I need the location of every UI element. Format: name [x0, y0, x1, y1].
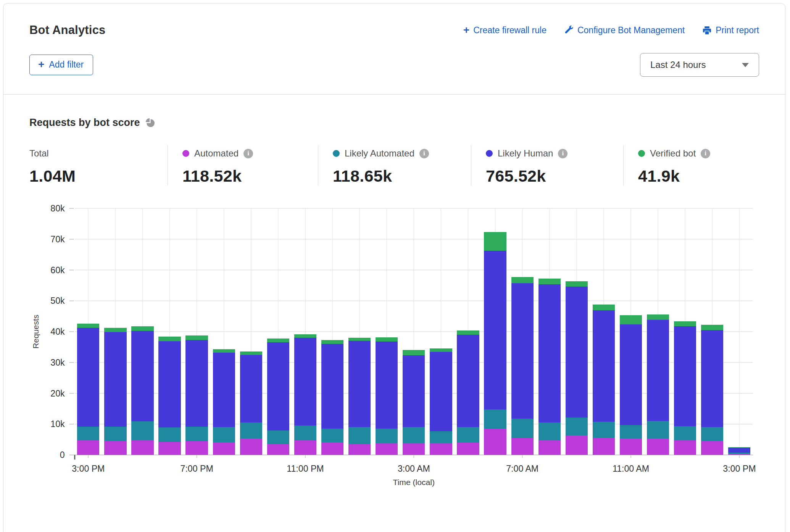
- automated-bar-segment[interactable]: [647, 438, 669, 455]
- likely-human-bar-segment[interactable]: [185, 340, 208, 427]
- automated-bar-segment[interactable]: [566, 435, 588, 455]
- verified-bot-bar-segment[interactable]: [430, 348, 452, 352]
- likely-automated-bar-segment[interactable]: [484, 409, 506, 429]
- likely-human-bar-segment[interactable]: [294, 338, 316, 426]
- verified-bot-bar-segment[interactable]: [267, 339, 289, 342]
- verified-bot-bar-segment[interactable]: [511, 277, 534, 283]
- verified-bot-bar-segment[interactable]: [593, 305, 615, 310]
- likely-human-bar-segment[interactable]: [620, 324, 642, 425]
- likely-human-bar-segment[interactable]: [593, 310, 615, 422]
- likely-human-bar-segment[interactable]: [240, 355, 262, 423]
- likely-human-bar-segment[interactable]: [376, 342, 398, 429]
- automated-bar-segment[interactable]: [77, 440, 99, 455]
- automated-bar-segment[interactable]: [620, 438, 642, 455]
- verified-bot-bar-segment[interactable]: [484, 232, 506, 250]
- likely-human-bar-segment[interactable]: [77, 328, 99, 427]
- automated-bar-segment[interactable]: [701, 441, 723, 455]
- likely-automated-bar-segment[interactable]: [593, 422, 615, 438]
- likely-human-bar-segment[interactable]: [511, 283, 534, 419]
- verified-bot-bar-segment[interactable]: [213, 349, 235, 353]
- configure-bot-management-link[interactable]: Configure Bot Management: [564, 25, 685, 35]
- likely-human-bar-segment[interactable]: [403, 355, 425, 427]
- automated-bar-segment[interactable]: [457, 443, 479, 455]
- automated-bar-segment[interactable]: [728, 454, 750, 455]
- add-filter-button[interactable]: + Add filter: [29, 55, 93, 75]
- automated-bar-segment[interactable]: [294, 440, 316, 455]
- verified-bot-bar-segment[interactable]: [348, 338, 371, 341]
- likely-automated-bar-segment[interactable]: [348, 427, 371, 444]
- likely-human-bar-segment[interactable]: [348, 341, 371, 427]
- automated-bar-segment[interactable]: [403, 443, 425, 455]
- likely-human-bar-segment[interactable]: [213, 353, 235, 427]
- verified-bot-bar-segment[interactable]: [674, 321, 696, 326]
- automated-bar-segment[interactable]: [158, 442, 181, 455]
- verified-bot-bar-segment[interactable]: [457, 330, 479, 335]
- verified-bot-bar-segment[interactable]: [77, 324, 99, 327]
- likely-automated-bar-segment[interactable]: [620, 425, 642, 438]
- likely-automated-bar-segment[interactable]: [131, 421, 153, 440]
- likely-automated-bar-segment[interactable]: [267, 430, 289, 444]
- verified-bot-bar-segment[interactable]: [294, 334, 316, 338]
- verified-bot-bar-segment[interactable]: [376, 337, 398, 341]
- verified-bot-bar-segment[interactable]: [728, 447, 750, 448]
- likely-human-bar-segment[interactable]: [701, 330, 723, 427]
- likely-human-bar-segment[interactable]: [538, 284, 561, 422]
- automated-bar-segment[interactable]: [321, 442, 343, 455]
- likely-automated-bar-segment[interactable]: [158, 427, 181, 442]
- likely-automated-bar-segment[interactable]: [538, 422, 561, 441]
- verified-bot-bar-segment[interactable]: [566, 281, 588, 287]
- likely-automated-bar-segment[interactable]: [457, 427, 479, 442]
- likely-automated-bar-segment[interactable]: [728, 453, 750, 454]
- create-firewall-rule-link[interactable]: + Create firewall rule: [463, 25, 547, 35]
- likely-automated-bar-segment[interactable]: [77, 427, 99, 440]
- verified-bot-bar-segment[interactable]: [131, 326, 153, 331]
- likely-automated-bar-segment[interactable]: [511, 419, 534, 438]
- likely-automated-bar-segment[interactable]: [321, 429, 343, 442]
- automated-bar-segment[interactable]: [240, 438, 262, 455]
- likely-human-bar-segment[interactable]: [158, 341, 181, 427]
- automated-bar-segment[interactable]: [213, 442, 235, 455]
- automated-bar-segment[interactable]: [430, 443, 452, 455]
- likely-human-bar-segment[interactable]: [267, 342, 289, 431]
- likely-automated-bar-segment[interactable]: [185, 427, 208, 441]
- automated-bar-segment[interactable]: [674, 440, 696, 455]
- time-range-dropdown[interactable]: Last 24 hours: [640, 53, 759, 77]
- likely-automated-bar-segment[interactable]: [403, 427, 425, 443]
- likely-human-bar-segment[interactable]: [104, 332, 126, 427]
- info-icon[interactable]: i: [558, 149, 568, 158]
- info-icon[interactable]: i: [701, 149, 710, 158]
- verified-bot-bar-segment[interactable]: [701, 325, 723, 330]
- likely-human-bar-segment[interactable]: [131, 331, 153, 421]
- automated-bar-segment[interactable]: [348, 444, 371, 455]
- automated-bar-segment[interactable]: [185, 441, 208, 455]
- likely-human-bar-segment[interactable]: [566, 287, 588, 418]
- likely-automated-bar-segment[interactable]: [213, 427, 235, 442]
- verified-bot-bar-segment[interactable]: [403, 350, 425, 356]
- automated-bar-segment[interactable]: [104, 441, 126, 455]
- likely-automated-bar-segment[interactable]: [674, 426, 696, 440]
- info-icon[interactable]: i: [243, 149, 253, 158]
- verified-bot-bar-segment[interactable]: [158, 337, 181, 341]
- verified-bot-bar-segment[interactable]: [321, 340, 343, 344]
- automated-bar-segment[interactable]: [484, 429, 506, 455]
- likely-automated-bar-segment[interactable]: [647, 421, 669, 438]
- info-icon[interactable]: i: [419, 149, 429, 158]
- likely-human-bar-segment[interactable]: [647, 320, 669, 421]
- verified-bot-bar-segment[interactable]: [240, 351, 262, 355]
- automated-bar-segment[interactable]: [511, 438, 534, 455]
- likely-automated-bar-segment[interactable]: [701, 427, 723, 441]
- automated-bar-segment[interactable]: [376, 443, 398, 455]
- verified-bot-bar-segment[interactable]: [185, 335, 208, 340]
- likely-human-bar-segment[interactable]: [457, 335, 479, 427]
- automated-bar-segment[interactable]: [538, 440, 561, 455]
- verified-bot-bar-segment[interactable]: [104, 328, 126, 332]
- likely-human-bar-segment[interactable]: [430, 352, 452, 431]
- verified-bot-bar-segment[interactable]: [538, 279, 561, 284]
- likely-automated-bar-segment[interactable]: [240, 422, 262, 438]
- likely-automated-bar-segment[interactable]: [430, 431, 452, 443]
- likely-automated-bar-segment[interactable]: [294, 426, 316, 440]
- verified-bot-bar-segment[interactable]: [620, 315, 642, 324]
- print-report-link[interactable]: Print report: [702, 25, 759, 35]
- likely-human-bar-segment[interactable]: [728, 448, 750, 453]
- likely-automated-bar-segment[interactable]: [566, 418, 588, 435]
